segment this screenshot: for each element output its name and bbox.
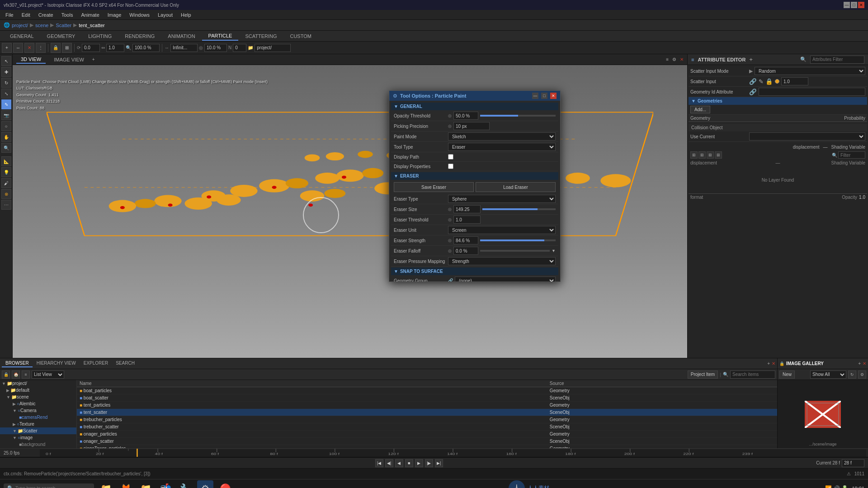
browser-tab-explorer[interactable]: EXPLORER — [80, 360, 112, 367]
next-key-button[interactable]: |▶ — [425, 459, 433, 467]
play-back-button[interactable]: ◀ — [395, 459, 403, 467]
delete-button[interactable]: ✕ — [24, 43, 34, 53]
breadcrumb-project[interactable]: project/ — [12, 23, 28, 28]
rotate-tool-button[interactable]: ↻ — [1, 78, 11, 88]
scatter-input-edit-btn[interactable]: ✎ — [759, 78, 764, 85]
browser-close-btn[interactable]: ✕ — [772, 361, 775, 366]
eraser-strength-slider[interactable] — [480, 239, 556, 241]
tree-project[interactable]: ▼ 📁 project/ — [0, 380, 76, 387]
viewport-close-btn[interactable]: ✕ — [680, 57, 684, 62]
close-button[interactable]: ✕ — [858, 2, 864, 8]
measure-tool-button[interactable]: 📐 — [1, 156, 11, 166]
menu-layout[interactable]: Layout — [154, 11, 176, 19]
use-current-select[interactable] — [749, 132, 865, 141]
table-row[interactable]: ■ boat_particles Geometry — [77, 387, 777, 394]
taskbar-app-mail[interactable]: 📁 — [137, 480, 154, 488]
tab-general[interactable]: GENERAL — [4, 32, 40, 40]
display-path-checkbox[interactable] — [448, 154, 453, 160]
go-end-button[interactable]: ▶| — [435, 459, 443, 467]
viewport-scene[interactable]: Particle Paint: Choose Point Cloud (LMB)… — [13, 65, 687, 358]
menu-edit[interactable]: Edit — [18, 11, 34, 19]
browser-add-btn[interactable]: + — [767, 361, 770, 366]
browser-tab-hierarchy[interactable]: HIERARCHY VIEW — [33, 360, 80, 367]
viewport-settings-btn[interactable]: ⚙ — [672, 57, 676, 62]
eraser-tool-button[interactable]: ⊗ — [1, 189, 11, 199]
rotation-input[interactable] — [82, 44, 100, 52]
viewport-tab-3d[interactable]: 3D VIEW — [16, 56, 46, 64]
tree-scatter[interactable]: ▼ 📁 Scatter — [0, 427, 76, 434]
taskbar-search-input[interactable] — [15, 486, 73, 488]
go-start-button[interactable]: |◀ — [375, 459, 383, 467]
tree-image[interactable]: ▼ ○ image — [0, 434, 76, 441]
tree-alembic[interactable]: ▶ ○ Alembic — [0, 400, 76, 407]
tab-custom[interactable]: CUSTOM — [283, 32, 317, 40]
to-snap-header[interactable]: ▼ SNAP TO SURFACE — [391, 267, 558, 275]
tab-lighting[interactable]: LIGHTING — [82, 32, 118, 40]
picking-precision-input[interactable] — [453, 122, 490, 130]
eraser-type-select[interactable]: Sphere — [448, 195, 556, 203]
taskbar-app-firefox[interactable]: 🦊 — [118, 480, 134, 488]
snap-button[interactable]: ⊞ — [62, 43, 72, 53]
tool-options-close-btn[interactable]: ✕ — [550, 93, 557, 99]
gallery-new-btn[interactable]: New — [779, 371, 795, 379]
prev-key-button[interactable]: ◀| — [385, 459, 393, 467]
breadcrumb-scatter[interactable]: Scatter — [56, 23, 71, 28]
table-row[interactable]: ■ trebucher_particles Geometry — [77, 416, 777, 423]
camera-tool-button[interactable]: 📷 — [1, 110, 11, 120]
menu-file[interactable]: File — [2, 11, 17, 19]
move-tool-button2[interactable]: ✚ — [1, 67, 11, 77]
eraser-falloff-slider[interactable] — [480, 250, 550, 252]
load-eraser-button[interactable]: Load Eraser — [476, 182, 556, 192]
menu-tools[interactable]: Tools — [58, 11, 77, 19]
menu-windows[interactable]: Windows — [126, 11, 153, 19]
eraser-pressure-select[interactable]: Strength — [448, 257, 556, 265]
shading-grid-btn2[interactable]: ⊞ — [698, 151, 706, 159]
tool-type-select[interactable]: Eraser — [448, 143, 556, 151]
gallery-thumbnail[interactable] — [805, 401, 841, 428]
tab-scattering[interactable]: SCATTERING — [239, 32, 283, 40]
lock-button[interactable]: 🔒 — [51, 43, 61, 53]
tree-camera-rend[interactable]: ■ cameraRend — [0, 414, 76, 421]
tool-options-minimize-btn[interactable]: — — [532, 93, 538, 99]
geometry-id-field[interactable] — [759, 88, 865, 96]
scatter-input-field[interactable] — [781, 77, 808, 85]
tree-scene[interactable]: ▼ 📁 scene — [0, 394, 76, 400]
add-viewport-button[interactable]: + — [92, 57, 95, 62]
taskbar-app-files[interactable]: 📁 — [98, 480, 114, 488]
table-row[interactable]: ■ trebucher_scatter SceneObj — [77, 423, 777, 431]
gallery-settings-btn[interactable]: ⚙ — [858, 371, 866, 379]
geometries-section-header[interactable]: ▼ Geometries — [689, 97, 867, 105]
browser-lock-btn[interactable]: 🔒 — [2, 371, 10, 379]
viewport-menu-btn[interactable]: ≡ — [666, 57, 669, 62]
paint-mode-select[interactable]: Sketch — [448, 132, 556, 141]
count-input[interactable] — [233, 44, 246, 52]
tab-animation[interactable]: ANIMATION — [161, 32, 201, 40]
path-input[interactable] — [255, 44, 291, 52]
new-toolbar-button[interactable]: + — [2, 43, 12, 53]
minimize-button[interactable]: — — [844, 2, 850, 8]
save-eraser-button[interactable]: Save Eraser — [394, 182, 474, 192]
project-item-filter-btn[interactable]: Project Item — [688, 371, 718, 379]
shading-grid-btn4[interactable]: ⊞ — [715, 151, 722, 159]
opacity-threshold-input[interactable] — [453, 112, 478, 120]
browser-view-select[interactable]: List View Icon View Detail View — [32, 371, 64, 379]
breadcrumb-active[interactable]: tent_scatter — [79, 23, 104, 28]
eraser-size-slider[interactable] — [482, 208, 556, 210]
tree-default[interactable]: ▶ 📁 default — [0, 387, 76, 394]
timeline-track[interactable]: 0 f 20 f 40 f 60 f 80 f 100 f 120 f 140 … — [40, 449, 866, 457]
orbit-tool-button[interactable]: ○ — [1, 121, 11, 131]
play-button[interactable]: ▶ — [415, 459, 423, 467]
tree-background[interactable]: ■ background — [0, 441, 76, 448]
tree-texture[interactable]: ▶ ○ Texture — [0, 421, 76, 427]
gallery-add-btn[interactable]: + — [858, 361, 861, 366]
move-tool-button[interactable]: ↔ — [13, 43, 23, 53]
tree-camera[interactable]: ▼ ○ Camera — [0, 407, 76, 414]
tab-rendering[interactable]: RENDERING — [118, 32, 161, 40]
tab-geometry[interactable]: GEOMETRY — [41, 32, 82, 40]
browser-tab-search[interactable]: SEARCH — [112, 360, 138, 367]
taskbar-app-clarisse[interactable]: ⚙ — [197, 480, 213, 488]
taskbar-app-red[interactable]: 🔴 — [217, 480, 233, 488]
pan-tool-button[interactable]: ✋ — [1, 132, 11, 142]
zoom-input[interactable] — [132, 44, 160, 52]
current-frame-input[interactable] — [842, 459, 864, 467]
